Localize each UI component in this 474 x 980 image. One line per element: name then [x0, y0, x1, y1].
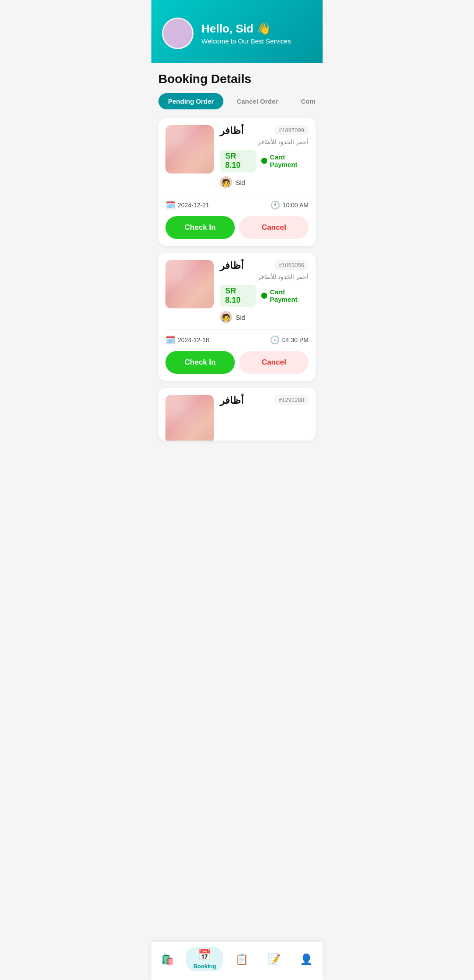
service-desc-2: أحمر الخدود للأظافر [220, 273, 309, 280]
service-image-3 [165, 395, 214, 441]
payment-method-1: Card Payment [270, 153, 309, 168]
user-row-1: 🧑 Sid [220, 176, 309, 188]
main-content: Booking Details Pending Order Cancel Ord… [151, 63, 323, 485]
price-1: SR 8.10 [220, 150, 256, 172]
clock-icon-2: 🕓 [270, 335, 280, 345]
user-name-1: Sid [236, 179, 245, 186]
card-header-row-1: أظافر #1897099 [220, 125, 309, 137]
time-text-2: 04:30 PM [282, 336, 309, 344]
card-info-1: أظافر #1897099 أحمر الخدود للأظافر SR 8.… [220, 125, 309, 188]
checkin-button-2[interactable]: Check In [165, 351, 235, 374]
user-avatar-2: 🧑 [220, 311, 232, 323]
card-info-3: أظافر #1291288 [220, 395, 309, 441]
booking-id-2: #1053056 [274, 260, 309, 270]
tab-pending-order[interactable]: Pending Order [158, 93, 223, 109]
booking-id-3: #1291288 [274, 395, 309, 405]
page-title: Booking Details [158, 72, 316, 86]
price-2: SR 8.10 [220, 285, 256, 307]
card-header-row-3: أظافر #1291288 [220, 395, 309, 406]
date-1: 🗓️ 2024-12-21 [165, 200, 209, 210]
payment-dot-2 [261, 293, 267, 299]
calendar-icon-1: 🗓️ [165, 200, 175, 210]
service-name-2: أظافر [220, 260, 244, 271]
time-2: 🕓 04:30 PM [270, 335, 309, 345]
card-footer-2: 🗓️ 2024-12-18 🕓 04:30 PM [165, 335, 309, 345]
tab-cancel-order[interactable]: Cancel Order [227, 93, 287, 109]
card-top-1: أظافر #1897099 أحمر الخدود للأظافر SR 8.… [165, 125, 309, 188]
payment-badge-2: Card Payment [261, 288, 309, 303]
payment-badge-1: Card Payment [261, 153, 309, 168]
booking-card-1: أظافر #1897099 أحمر الخدود للأظافر SR 8.… [158, 118, 316, 246]
booking-card-2: أظافر #1053056 أحمر الخدود للأظافر SR 8.… [158, 253, 316, 381]
card-info-2: أظافر #1053056 أحمر الخدود للأظافر SR 8.… [220, 260, 309, 323]
card-divider-1 [165, 195, 309, 195]
card-actions-1: Check In Cancel [165, 216, 309, 239]
service-desc-1: أحمر الخدود للأظافر [220, 138, 309, 145]
card-actions-2: Check In Cancel [165, 351, 309, 374]
user-name-2: Sid [236, 314, 245, 321]
checkin-button-1[interactable]: Check In [165, 216, 235, 239]
card-divider-2 [165, 329, 309, 330]
greeting-text: Hello, Sid 👋 [201, 22, 291, 36]
cancel-button-2[interactable]: Cancel [239, 351, 309, 374]
card-header-row-2: أظافر #1053056 [220, 260, 309, 271]
booking-id-1: #1897099 [274, 125, 309, 135]
payment-method-2: Card Payment [270, 288, 309, 303]
user-avatar-1: 🧑 [220, 176, 232, 188]
price-row-1: SR 8.10 Card Payment [220, 150, 309, 172]
card-footer-1: 🗓️ 2024-12-21 🕙 10:00 AM [165, 200, 309, 210]
service-name-3: أظافر [220, 395, 244, 406]
cancel-button-1[interactable]: Cancel [239, 216, 309, 239]
payment-dot-1 [261, 158, 267, 164]
calendar-icon-2: 🗓️ [165, 335, 175, 345]
time-text-1: 10:00 AM [283, 202, 309, 209]
service-image-2 [165, 260, 214, 308]
booking-card-3-partial: أظافر #1291288 [158, 388, 316, 441]
date-text-2: 2024-12-18 [178, 336, 209, 344]
clock-icon-1: 🕙 [270, 200, 280, 210]
header-text: Hello, Sid 👋 Welcome to Our Best Service… [201, 22, 291, 45]
subtitle-text: Welcome to Our Best Services [201, 37, 291, 45]
price-row-2: SR 8.10 Card Payment [220, 285, 309, 307]
date-text-1: 2024-12-21 [178, 202, 209, 209]
date-2: 🗓️ 2024-12-18 [165, 335, 209, 345]
card-top-3: أظافر #1291288 [165, 395, 309, 441]
avatar [162, 18, 194, 49]
user-row-2: 🧑 Sid [220, 311, 309, 323]
tabs-container: Pending Order Cancel Order Completed O..… [158, 93, 316, 109]
time-1: 🕙 10:00 AM [270, 200, 309, 210]
header: Hello, Sid 👋 Welcome to Our Best Service… [151, 0, 323, 63]
card-top-2: أظافر #1053056 أحمر الخدود للأظافر SR 8.… [165, 260, 309, 323]
service-name-1: أظافر [220, 125, 244, 137]
tab-completed-order[interactable]: Completed O... [291, 93, 316, 109]
service-image-1 [165, 125, 214, 174]
